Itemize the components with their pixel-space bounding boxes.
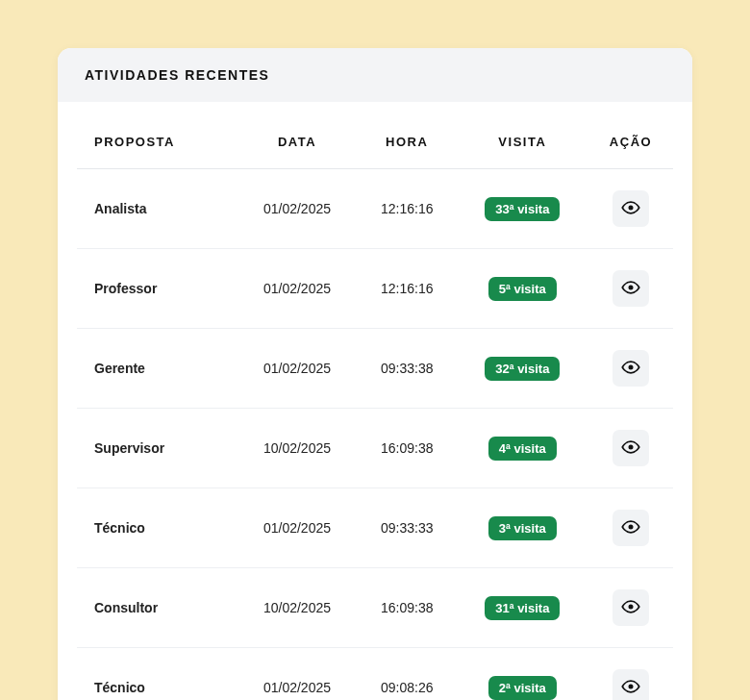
col-acao: AÇÃO xyxy=(588,112,673,169)
svg-point-5 xyxy=(629,604,634,609)
table-row: Professor01/02/202512:16:165ª visita xyxy=(77,249,673,329)
svg-point-3 xyxy=(629,444,634,449)
visit-badge: 5ª visita xyxy=(488,277,557,301)
recent-activities-card: ATIVIDADES RECENTES PROPOSTA DATA HORA V… xyxy=(58,48,692,700)
visit-badge: 33ª visita xyxy=(485,197,560,221)
cell-proposta: Consultor xyxy=(77,568,237,648)
view-button[interactable] xyxy=(612,430,649,466)
cell-acao xyxy=(588,409,673,488)
view-button[interactable] xyxy=(612,350,649,387)
svg-point-6 xyxy=(629,684,634,688)
cell-data: 10/02/2025 xyxy=(237,409,358,488)
cell-hora: 12:16:16 xyxy=(358,249,457,329)
svg-point-4 xyxy=(629,524,634,529)
cell-acao xyxy=(588,568,673,648)
view-button[interactable] xyxy=(612,190,649,227)
cell-acao xyxy=(588,169,673,249)
svg-point-2 xyxy=(629,364,634,369)
eye-icon xyxy=(621,278,640,300)
cell-visita: 33ª visita xyxy=(457,169,588,249)
cell-hora: 09:08:26 xyxy=(358,648,457,701)
view-button[interactable] xyxy=(612,270,649,307)
svg-point-1 xyxy=(629,285,634,289)
cell-visita: 31ª visita xyxy=(457,568,588,648)
table-header-row: PROPOSTA DATA HORA VISITA AÇÃO xyxy=(77,112,673,169)
cell-acao xyxy=(588,249,673,329)
cell-proposta: Técnico xyxy=(77,488,237,568)
eye-icon xyxy=(621,198,640,220)
cell-hora: 16:09:38 xyxy=(358,409,457,488)
cell-visita: 2ª visita xyxy=(457,648,588,701)
table-row: Técnico01/02/202509:33:333ª visita xyxy=(77,488,673,568)
cell-data: 10/02/2025 xyxy=(237,568,358,648)
cell-visita: 3ª visita xyxy=(457,488,588,568)
cell-visita: 32ª visita xyxy=(457,329,588,409)
cell-data: 01/02/2025 xyxy=(237,169,358,249)
visit-badge: 4ª visita xyxy=(488,437,557,461)
cell-acao xyxy=(588,648,673,701)
cell-data: 01/02/2025 xyxy=(237,648,358,701)
col-proposta: PROPOSTA xyxy=(77,112,237,169)
cell-hora: 12:16:16 xyxy=(358,169,457,249)
cell-proposta: Supervisor xyxy=(77,409,237,488)
table-row: Técnico01/02/202509:08:262ª visita xyxy=(77,648,673,701)
visit-badge: 2ª visita xyxy=(488,676,557,700)
table-row: Supervisor10/02/202516:09:384ª visita xyxy=(77,409,673,488)
view-button[interactable] xyxy=(612,510,649,546)
eye-icon xyxy=(621,438,640,460)
table-row: Gerente01/02/202509:33:3832ª visita xyxy=(77,329,673,409)
eye-icon xyxy=(621,358,640,380)
cell-data: 01/02/2025 xyxy=(237,329,358,409)
eye-icon xyxy=(621,517,640,539)
eye-icon xyxy=(621,677,640,699)
cell-hora: 09:33:38 xyxy=(358,329,457,409)
cell-data: 01/02/2025 xyxy=(237,488,358,568)
view-button[interactable] xyxy=(612,669,649,700)
cell-acao xyxy=(588,329,673,409)
cell-proposta: Analista xyxy=(77,169,237,249)
cell-hora: 16:09:38 xyxy=(358,568,457,648)
eye-icon xyxy=(621,597,640,619)
cell-proposta: Professor xyxy=(77,249,237,329)
cell-proposta: Gerente xyxy=(77,329,237,409)
svg-point-0 xyxy=(629,205,634,210)
col-visita: VISITA xyxy=(457,112,588,169)
cell-proposta: Técnico xyxy=(77,648,237,701)
col-data: DATA xyxy=(237,112,358,169)
cell-visita: 4ª visita xyxy=(457,409,588,488)
cell-data: 01/02/2025 xyxy=(237,249,358,329)
view-button[interactable] xyxy=(612,589,649,626)
col-hora: HORA xyxy=(358,112,457,169)
visit-badge: 31ª visita xyxy=(485,596,560,620)
table-row: Consultor10/02/202516:09:3831ª visita xyxy=(77,568,673,648)
card-header: ATIVIDADES RECENTES xyxy=(58,48,692,102)
cell-hora: 09:33:33 xyxy=(358,488,457,568)
cell-visita: 5ª visita xyxy=(457,249,588,329)
table-wrapper: PROPOSTA DATA HORA VISITA AÇÃO Analista0… xyxy=(58,102,692,700)
table-row: Analista01/02/202512:16:1633ª visita xyxy=(77,169,673,249)
visit-badge: 3ª visita xyxy=(488,516,557,540)
card-title: ATIVIDADES RECENTES xyxy=(85,67,665,83)
activities-table: PROPOSTA DATA HORA VISITA AÇÃO Analista0… xyxy=(77,112,673,700)
visit-badge: 32ª visita xyxy=(485,357,560,381)
cell-acao xyxy=(588,488,673,568)
